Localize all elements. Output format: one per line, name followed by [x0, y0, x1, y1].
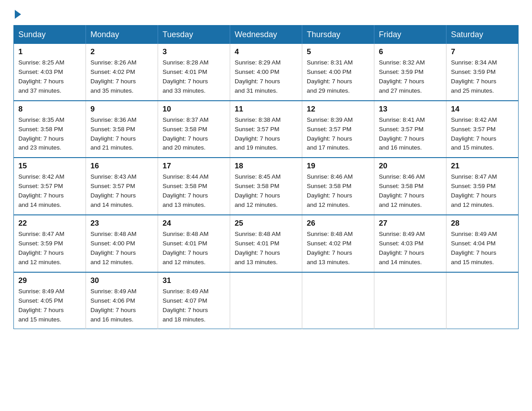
- calendar-week-row: 1 Sunrise: 8:25 AMSunset: 4:03 PMDayligh…: [14, 44, 519, 101]
- day-info: Sunrise: 8:48 AMSunset: 4:02 PMDaylight:…: [307, 231, 353, 265]
- calendar-day-cell: 1 Sunrise: 8:25 AMSunset: 4:03 PMDayligh…: [14, 44, 86, 101]
- calendar-day-cell: 3 Sunrise: 8:28 AMSunset: 4:01 PMDayligh…: [158, 44, 230, 101]
- weekday-header-tuesday: Tuesday: [158, 26, 230, 44]
- calendar-day-cell: 6 Sunrise: 8:32 AMSunset: 3:59 PMDayligh…: [374, 44, 446, 101]
- calendar-day-cell: 29 Sunrise: 8:49 AMSunset: 4:05 PMDaylig…: [14, 272, 86, 329]
- calendar-day-cell: 30 Sunrise: 8:49 AMSunset: 4:06 PMDaylig…: [86, 272, 158, 329]
- day-number: 27: [379, 219, 442, 228]
- calendar-day-cell: 8 Sunrise: 8:35 AMSunset: 3:58 PMDayligh…: [14, 101, 86, 158]
- day-number: 19: [307, 162, 369, 171]
- day-info: Sunrise: 8:48 AMSunset: 4:00 PMDaylight:…: [90, 231, 137, 265]
- calendar-day-cell: 13 Sunrise: 8:41 AMSunset: 3:57 PMDaylig…: [374, 101, 446, 158]
- day-number: 23: [90, 219, 153, 228]
- day-number: 25: [235, 219, 297, 228]
- day-info: Sunrise: 8:49 AMSunset: 4:07 PMDaylight:…: [163, 288, 209, 323]
- weekday-header-saturday: Saturday: [446, 26, 519, 44]
- day-info: Sunrise: 8:48 AMSunset: 4:01 PMDaylight:…: [163, 231, 209, 265]
- calendar-day-cell: [230, 272, 302, 329]
- day-number: 9: [90, 105, 153, 114]
- calendar-day-cell: 31 Sunrise: 8:49 AMSunset: 4:07 PMDaylig…: [158, 272, 230, 329]
- calendar-day-cell: 19 Sunrise: 8:46 AMSunset: 3:58 PMDaylig…: [302, 158, 374, 215]
- day-number: 20: [379, 162, 442, 171]
- day-number: 2: [90, 47, 153, 56]
- weekday-header-thursday: Thursday: [302, 26, 374, 44]
- calendar-day-cell: 10 Sunrise: 8:37 AMSunset: 3:58 PMDaylig…: [158, 101, 230, 158]
- day-info: Sunrise: 8:49 AMSunset: 4:05 PMDaylight:…: [18, 288, 64, 323]
- day-info: Sunrise: 8:48 AMSunset: 4:01 PMDaylight:…: [235, 231, 281, 265]
- day-info: Sunrise: 8:49 AMSunset: 4:04 PMDaylight:…: [451, 231, 497, 265]
- day-number: 26: [307, 219, 369, 228]
- calendar-day-cell: 25 Sunrise: 8:48 AMSunset: 4:01 PMDaylig…: [230, 215, 302, 272]
- logo-arrow-icon: [15, 10, 21, 19]
- calendar-day-cell: [302, 272, 374, 329]
- day-info: Sunrise: 8:46 AMSunset: 3:58 PMDaylight:…: [379, 173, 425, 208]
- day-number: 21: [451, 162, 514, 171]
- day-number: 22: [18, 219, 81, 228]
- day-number: 15: [18, 162, 81, 171]
- day-info: Sunrise: 8:42 AMSunset: 3:57 PMDaylight:…: [18, 173, 64, 208]
- day-number: 6: [379, 47, 442, 56]
- calendar-day-cell: 12 Sunrise: 8:39 AMSunset: 3:57 PMDaylig…: [302, 101, 374, 158]
- weekday-header-friday: Friday: [374, 26, 446, 44]
- calendar-day-cell: [446, 272, 519, 329]
- day-info: Sunrise: 8:32 AMSunset: 3:59 PMDaylight:…: [379, 59, 425, 94]
- day-info: Sunrise: 8:46 AMSunset: 3:58 PMDaylight:…: [307, 173, 353, 208]
- day-number: 11: [235, 105, 297, 114]
- day-number: 29: [18, 276, 81, 285]
- calendar-day-cell: 2 Sunrise: 8:26 AMSunset: 4:02 PMDayligh…: [86, 44, 158, 101]
- day-number: 18: [235, 162, 297, 171]
- day-number: 12: [307, 105, 369, 114]
- day-info: Sunrise: 8:47 AMSunset: 3:59 PMDaylight:…: [18, 231, 64, 265]
- day-info: Sunrise: 8:25 AMSunset: 4:03 PMDaylight:…: [18, 59, 64, 94]
- weekday-header-row: SundayMondayTuesdayWednesdayThursdayFrid…: [14, 26, 519, 44]
- calendar-day-cell: 15 Sunrise: 8:42 AMSunset: 3:57 PMDaylig…: [14, 158, 86, 215]
- calendar-day-cell: 18 Sunrise: 8:45 AMSunset: 3:58 PMDaylig…: [230, 158, 302, 215]
- day-number: 17: [163, 162, 225, 171]
- day-number: 13: [379, 105, 442, 114]
- day-info: Sunrise: 8:41 AMSunset: 3:57 PMDaylight:…: [379, 116, 425, 151]
- day-number: 1: [18, 47, 81, 56]
- day-info: Sunrise: 8:49 AMSunset: 4:06 PMDaylight:…: [90, 288, 137, 323]
- weekday-header-sunday: Sunday: [14, 26, 86, 44]
- calendar-day-cell: 20 Sunrise: 8:46 AMSunset: 3:58 PMDaylig…: [374, 158, 446, 215]
- calendar-week-row: 22 Sunrise: 8:47 AMSunset: 3:59 PMDaylig…: [14, 215, 519, 272]
- day-info: Sunrise: 8:45 AMSunset: 3:58 PMDaylight:…: [235, 173, 281, 208]
- day-number: 24: [163, 219, 225, 228]
- day-info: Sunrise: 8:35 AMSunset: 3:58 PMDaylight:…: [18, 116, 64, 151]
- day-info: Sunrise: 8:29 AMSunset: 4:00 PMDaylight:…: [235, 59, 281, 94]
- calendar-week-row: 15 Sunrise: 8:42 AMSunset: 3:57 PMDaylig…: [14, 158, 519, 215]
- calendar-day-cell: 21 Sunrise: 8:47 AMSunset: 3:59 PMDaylig…: [446, 158, 519, 215]
- calendar-day-cell: 24 Sunrise: 8:48 AMSunset: 4:01 PMDaylig…: [158, 215, 230, 272]
- logo: [13, 9, 21, 17]
- day-number: 8: [18, 105, 81, 114]
- day-number: 31: [163, 276, 225, 285]
- day-number: 5: [307, 47, 369, 56]
- day-info: Sunrise: 8:43 AMSunset: 3:57 PMDaylight:…: [90, 173, 137, 208]
- weekday-header-wednesday: Wednesday: [230, 26, 302, 44]
- day-info: Sunrise: 8:38 AMSunset: 3:57 PMDaylight:…: [235, 116, 281, 151]
- calendar-day-cell: 22 Sunrise: 8:47 AMSunset: 3:59 PMDaylig…: [14, 215, 86, 272]
- day-info: Sunrise: 8:34 AMSunset: 3:59 PMDaylight:…: [451, 59, 497, 94]
- calendar-day-cell: 5 Sunrise: 8:31 AMSunset: 4:00 PMDayligh…: [302, 44, 374, 101]
- calendar-day-cell: 7 Sunrise: 8:34 AMSunset: 3:59 PMDayligh…: [446, 44, 519, 101]
- calendar-day-cell: 9 Sunrise: 8:36 AMSunset: 3:58 PMDayligh…: [86, 101, 158, 158]
- calendar-day-cell: 11 Sunrise: 8:38 AMSunset: 3:57 PMDaylig…: [230, 101, 302, 158]
- day-number: 7: [451, 47, 514, 56]
- day-info: Sunrise: 8:44 AMSunset: 3:58 PMDaylight:…: [163, 173, 209, 208]
- calendar-day-cell: 23 Sunrise: 8:48 AMSunset: 4:00 PMDaylig…: [86, 215, 158, 272]
- day-info: Sunrise: 8:37 AMSunset: 3:58 PMDaylight:…: [163, 116, 209, 151]
- calendar-table: SundayMondayTuesdayWednesdayThursdayFrid…: [13, 25, 519, 329]
- calendar-day-cell: 14 Sunrise: 8:42 AMSunset: 3:57 PMDaylig…: [446, 101, 519, 158]
- day-number: 30: [90, 276, 153, 285]
- calendar-week-row: 8 Sunrise: 8:35 AMSunset: 3:58 PMDayligh…: [14, 101, 519, 158]
- calendar-day-cell: 16 Sunrise: 8:43 AMSunset: 3:57 PMDaylig…: [86, 158, 158, 215]
- day-number: 10: [163, 105, 225, 114]
- day-info: Sunrise: 8:26 AMSunset: 4:02 PMDaylight:…: [90, 59, 137, 94]
- day-number: 14: [451, 105, 514, 114]
- calendar-day-cell: 27 Sunrise: 8:49 AMSunset: 4:03 PMDaylig…: [374, 215, 446, 272]
- calendar-day-cell: 26 Sunrise: 8:48 AMSunset: 4:02 PMDaylig…: [302, 215, 374, 272]
- day-info: Sunrise: 8:31 AMSunset: 4:00 PMDaylight:…: [307, 59, 353, 94]
- day-info: Sunrise: 8:36 AMSunset: 3:58 PMDaylight:…: [90, 116, 137, 151]
- day-info: Sunrise: 8:42 AMSunset: 3:57 PMDaylight:…: [451, 116, 497, 151]
- day-info: Sunrise: 8:28 AMSunset: 4:01 PMDaylight:…: [163, 59, 209, 94]
